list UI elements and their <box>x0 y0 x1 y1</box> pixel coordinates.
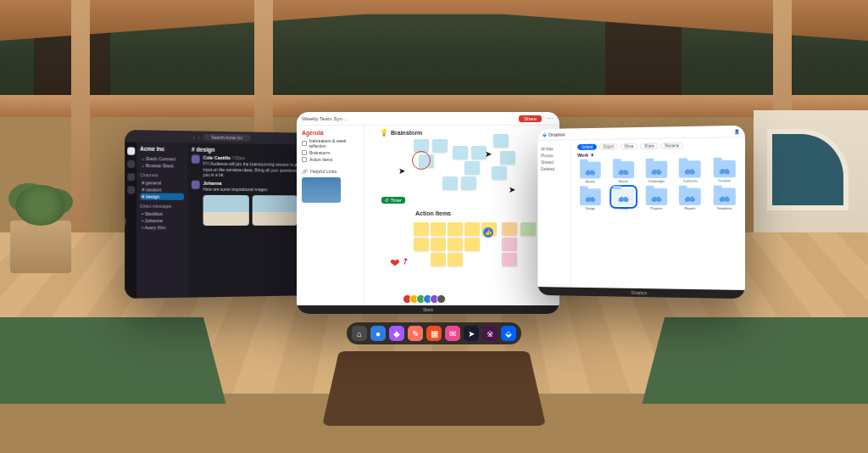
agenda-item[interactable]: Brainstorm <box>302 150 359 155</box>
folder-item[interactable]: Campaigns <box>643 161 670 183</box>
channel-item[interactable]: # general <box>140 179 184 186</box>
dock-app-browser[interactable]: ● <box>370 326 386 341</box>
sticky-note[interactable] <box>465 161 480 175</box>
sticky-note[interactable] <box>520 222 536 236</box>
channel-item[interactable]: # design <box>140 193 184 200</box>
folder-item[interactable]: Design <box>577 188 604 210</box>
folder-item[interactable]: Policy <box>610 188 637 210</box>
whiteboard-window[interactable]: Weekly Team Syn… Share ⋯ Agenda Icebreak… <box>297 112 559 314</box>
agenda-item[interactable]: Action Items <box>302 157 359 162</box>
image-thumbnail[interactable] <box>203 195 249 226</box>
sticky-note[interactable] <box>448 253 463 266</box>
channel-header[interactable]: # design <box>192 146 312 154</box>
search-input[interactable]: Search Acme Inc <box>203 134 251 142</box>
sticky-note[interactable] <box>502 238 517 251</box>
sticky-note[interactable] <box>431 238 446 251</box>
sticky-note[interactable] <box>414 238 429 251</box>
nav-item[interactable]: Deleted <box>541 166 567 171</box>
avatar[interactable] <box>437 294 446 304</box>
lightbulb-icon: 💡 <box>380 129 388 137</box>
links-heading: 🔗 Helpful Links <box>302 169 359 174</box>
chevron-right-icon[interactable]: › <box>198 135 200 140</box>
sticky-note[interactable] <box>432 139 448 153</box>
slack-window[interactable]: ✕ ‹ › Search Acme Inc Acme Inc ⌕ Slack C… <box>125 130 315 299</box>
sticky-note[interactable] <box>453 146 468 159</box>
sticky-note[interactable] <box>500 151 515 165</box>
folder-label: Design <box>586 206 596 210</box>
sticky-note[interactable] <box>442 176 458 190</box>
image-thumbnail[interactable] <box>253 195 298 226</box>
avatar[interactable]: 👤 <box>734 128 740 133</box>
workspace-icon[interactable] <box>127 186 135 193</box>
folder-item[interactable]: Contracts <box>676 160 704 183</box>
heart-icon[interactable]: ❤ <box>390 256 400 270</box>
folder-item[interactable]: Assets <box>577 161 604 183</box>
chevron-left-icon[interactable]: ‹ <box>193 134 195 139</box>
sticky-note[interactable] <box>492 166 507 180</box>
link-card[interactable] <box>302 177 341 203</box>
sticky-note[interactable] <box>461 176 476 190</box>
sticky-note[interactable] <box>465 222 480 236</box>
sticky-note[interactable] <box>493 134 509 148</box>
workspace-icon[interactable] <box>127 173 135 181</box>
nav-item[interactable]: All files <box>541 146 567 151</box>
timer-badge[interactable]: ⏱Timer <box>381 197 405 204</box>
action-chip[interactable]: Upload <box>577 144 597 150</box>
breadcrumb[interactable]: Work ▾ <box>577 151 738 158</box>
sticky-note[interactable] <box>502 253 517 266</box>
dock-app-pointer[interactable]: ➤ <box>464 326 479 341</box>
sticky-note[interactable] <box>448 222 463 236</box>
action-chip[interactable]: Move <box>620 143 637 149</box>
dock-app-home[interactable]: ⌂ <box>352 326 367 341</box>
nav-item[interactable]: Photos <box>541 153 567 158</box>
action-chip[interactable]: Export <box>599 143 618 149</box>
action-chip[interactable]: Share <box>640 143 658 149</box>
dock-app-figma[interactable]: ◆ <box>389 326 404 341</box>
folder-item[interactable]: Creative <box>710 160 738 183</box>
nav-item[interactable]: Shared <box>541 159 567 165</box>
checkbox-icon[interactable] <box>302 157 307 162</box>
thumbs-up-icon[interactable]: 👍 <box>483 227 493 238</box>
folder-item[interactable]: Reports <box>676 188 704 210</box>
dock-app-sticky[interactable]: ▦ <box>426 326 442 341</box>
channel-item[interactable]: # random <box>140 186 184 193</box>
dock-app-mail[interactable]: ✉ <box>445 326 460 341</box>
action-chip[interactable]: Rename <box>661 143 684 148</box>
message[interactable]: Cole Castillo 7:55amFYI Audience will jo… <box>192 155 312 179</box>
dm-item[interactable]: • Johanna <box>140 217 184 224</box>
dm-item[interactable]: • Avery Kim <box>140 224 184 231</box>
sticky-note[interactable] <box>465 238 480 251</box>
whiteboard-canvas[interactable]: 💡 Brainstorm ➤ ➤ ➤ ⏱Timer Action Items <box>364 126 559 305</box>
sticky-note[interactable] <box>502 222 517 236</box>
dock-app-slack[interactable]: ※ <box>482 326 498 341</box>
dock-app-dropbox[interactable]: ⬙ <box>501 326 516 341</box>
sticky-note[interactable] <box>431 253 446 266</box>
agenda-item[interactable]: Icebreakers & week reflection <box>302 138 359 148</box>
sticky-note[interactable] <box>448 238 463 251</box>
app-dock[interactable]: ⌂●◆✎▦✉➤※⬙ <box>347 322 521 344</box>
sticky-note[interactable] <box>414 222 429 236</box>
window-footer: Slack <box>297 305 559 314</box>
clock-icon: ⏱ <box>385 198 389 203</box>
share-button[interactable]: Share <box>519 115 542 122</box>
dock-app-notes[interactable]: ✎ <box>408 326 423 341</box>
folder-label: Assets <box>586 179 595 183</box>
dms-heading[interactable]: Direct messages <box>140 204 184 209</box>
sticky-note[interactable] <box>431 222 446 236</box>
more-icon[interactable]: ⋯ <box>547 115 554 122</box>
message[interactable]: Johanna Here are some inspirational imag… <box>192 180 312 192</box>
dm-item[interactable]: • Slackbot <box>140 210 184 217</box>
sidebar-item[interactable]: ⌕ Browse Slack <box>140 162 184 170</box>
channels-heading[interactable]: Channels <box>140 172 184 177</box>
folder-item[interactable]: Templates <box>710 187 738 210</box>
checkbox-icon[interactable] <box>302 150 307 155</box>
emphasis-circle[interactable] <box>412 151 431 170</box>
checkbox-icon[interactable] <box>302 141 307 146</box>
folder-item[interactable]: Brand <box>610 161 637 183</box>
folder-item[interactable]: Projects <box>643 188 670 210</box>
workspace-icon[interactable] <box>127 147 135 154</box>
document-title[interactable]: Weekly Team Syn… <box>302 116 348 121</box>
dropbox-window[interactable]: ⬙ Dropbox 👤 All filesPhotosSharedDeleted… <box>537 126 745 299</box>
workspace-name[interactable]: Acme Inc <box>140 146 184 153</box>
workspace-icon[interactable] <box>127 160 135 168</box>
